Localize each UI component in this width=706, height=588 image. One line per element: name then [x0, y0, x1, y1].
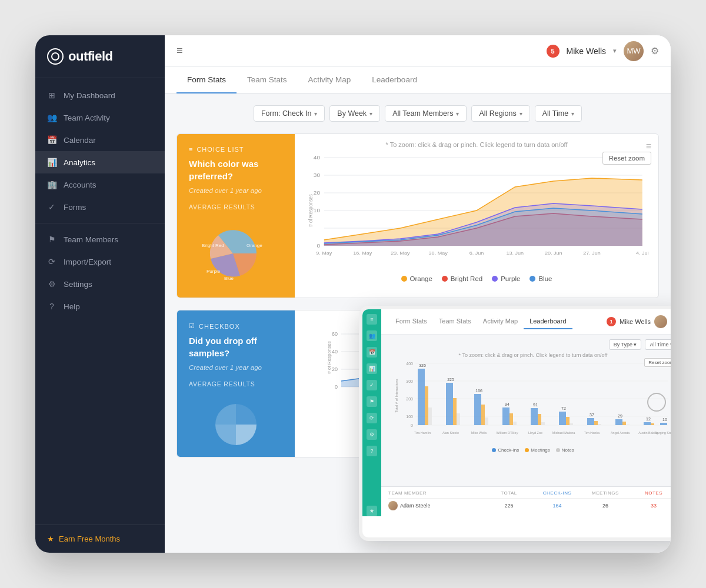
chart-menu-1[interactable]: ≡ — [646, 141, 651, 152]
tablet-nav-icon-8[interactable]: ⚙ — [367, 429, 377, 440]
tablet-legend-meetings[interactable]: Meetings — [525, 447, 550, 453]
filter-members[interactable]: All Team Members ▾ — [385, 105, 467, 122]
svg-text:20. Jun: 20. Jun — [545, 250, 562, 255]
tablet-chart-wrapper: Reset zoom 400 300 200 10 — [388, 358, 671, 445]
svg-text:4. Jul: 4. Jul — [636, 250, 649, 255]
tablet-nav-icon-5[interactable]: ✓ — [367, 380, 377, 390]
tablet-nav-icon-9[interactable]: ? — [367, 446, 377, 456]
tablet-legend-dot-checkins — [492, 448, 496, 452]
table-col-meetings: MEETINGS — [581, 490, 630, 496]
legend-purple[interactable]: Purple — [492, 275, 520, 282]
user-name[interactable]: Mike Wells — [567, 46, 606, 56]
legend-bright-red[interactable]: Bright Red — [442, 275, 482, 282]
table-col-member: TEAM MEMBER — [388, 490, 485, 496]
svg-text:10: 10 — [662, 417, 667, 422]
svg-text:William O'Riley: William O'Riley — [497, 431, 518, 435]
svg-rect-55 — [485, 417, 488, 425]
sidebar-item-forms[interactable]: ✓ Forms — [35, 196, 165, 218]
sidebar-item-help[interactable]: ? Help — [35, 295, 165, 318]
sidebar-item-analytics[interactable]: 📊 Analytics — [35, 151, 165, 173]
tablet-notification-badge: 1 — [607, 317, 616, 326]
tablet-home-button[interactable] — [647, 393, 666, 412]
tablet-tab-form-stats[interactable]: Form Stats — [389, 314, 433, 329]
tablet-filter-row: By Type ▾ All Time ▾ — [388, 339, 671, 350]
tablet-nav-icon-2[interactable]: 👥 — [367, 330, 377, 341]
filter-period[interactable]: By Week ▾ — [329, 105, 380, 122]
notification-badge: 5 — [547, 45, 560, 58]
card-question-2: Did you drop off samples? — [189, 335, 283, 359]
table-cell-checkins: 164 — [533, 503, 581, 509]
svg-text:# of Responses: # of Responses — [307, 194, 314, 227]
sidebar-item-calendar[interactable]: 📅 Calendar — [35, 129, 165, 151]
svg-text:400: 400 — [406, 362, 413, 366]
tablet-bar-chart: 400 300 200 100 0 326 — [388, 360, 671, 443]
svg-rect-69 — [587, 418, 594, 425]
tab-activity-map[interactable]: Activity Map — [298, 67, 362, 93]
legend-orange[interactable]: Orange — [401, 275, 432, 282]
sidebar-item-dashboard[interactable]: ⊞ My Dashboard — [35, 84, 165, 106]
dashboard-icon: ⊞ — [47, 91, 56, 100]
logo: outfield — [35, 35, 165, 78]
filter-form-arrow: ▾ — [314, 111, 317, 117]
reset-zoom-button-1[interactable]: Reset zoom — [602, 152, 651, 165]
tab-team-stats[interactable]: Team Stats — [237, 67, 298, 93]
sidebar-nav: ⊞ My Dashboard 👥 Team Activity 📅 Calenda… — [35, 78, 165, 524]
tablet-tab-team-stats[interactable]: Team Stats — [433, 314, 477, 329]
table-row: Adam Steele 225 164 26 33 — [388, 499, 671, 513]
sidebar-item-accounts[interactable]: 🏢 Accounts — [35, 173, 165, 196]
tablet-nav-icon-6[interactable]: ⚑ — [367, 396, 377, 407]
svg-text:40: 40 — [314, 155, 320, 161]
svg-text:20: 20 — [332, 366, 338, 372]
tablet-tab-leaderboard[interactable]: Leaderboard — [524, 314, 572, 329]
header-right: 5 Mike Wells ▾ MW ⚙ — [547, 41, 659, 61]
user-dropdown-arrow[interactable]: ▾ — [613, 47, 617, 55]
filter-regions[interactable]: All Regions ▾ — [471, 105, 530, 122]
filter-time-arrow: ▾ — [571, 111, 574, 117]
sidebar-item-settings[interactable]: ⚙ Settings — [35, 273, 165, 295]
card-type-choice: ≡ CHOICE LIST — [189, 146, 283, 153]
tablet-filter-time[interactable]: All Time ▾ — [645, 339, 671, 350]
svg-rect-51 — [457, 413, 460, 425]
tablet-filter-type[interactable]: By Type ▾ — [609, 339, 642, 350]
svg-text:Total # of Interactions: Total # of Interactions — [395, 379, 398, 412]
svg-text:225: 225 — [447, 377, 454, 382]
tablet-nav-icon-10[interactable]: ★ — [367, 506, 377, 516]
card-type-checkbox: ☑ CHECKBOX — [189, 322, 283, 330]
tablet-legend-dot-notes — [556, 448, 560, 452]
svg-text:200: 200 — [406, 397, 413, 401]
filter-form[interactable]: Form: Check In ▾ — [254, 105, 325, 122]
card-blue: ☑ CHECKBOX Did you drop off samples? Cre… — [177, 310, 295, 457]
tablet-reset-zoom[interactable]: Reset zoom — [644, 358, 671, 367]
hamburger-icon[interactable]: ≡ — [176, 45, 183, 57]
tablet-user-name: Mike Wells — [620, 318, 651, 325]
sidebar-label-analytics: Analytics — [64, 158, 95, 167]
svg-text:Purple: Purple — [207, 269, 221, 274]
table-member-name: Adam Steele — [400, 503, 431, 509]
filter-time[interactable]: All Time ▾ — [535, 105, 582, 122]
tablet-tab-activity-map[interactable]: Activity Map — [477, 314, 524, 329]
sidebar-item-team-members[interactable]: ⚑ Team Members — [35, 228, 165, 250]
tab-form-stats[interactable]: Form Stats — [176, 67, 237, 93]
svg-text:40: 40 — [332, 349, 338, 355]
svg-text:91: 91 — [533, 403, 538, 407]
earn-star-icon: ★ — [47, 534, 54, 543]
filter-bar: Form: Check In ▾ By Week ▾ All Team Memb… — [176, 105, 659, 122]
user-avatar[interactable]: MW — [624, 41, 644, 61]
team-members-icon: ⚑ — [47, 235, 56, 244]
header-settings-icon[interactable]: ⚙ — [651, 45, 659, 56]
tablet-legend-notes[interactable]: Notes — [556, 447, 574, 453]
tablet-legend-checkins[interactable]: Check-Ins — [492, 447, 519, 453]
tablet-nav-icon-3[interactable]: 📅 — [367, 347, 377, 358]
tab-leaderboard[interactable]: Leaderboard — [361, 67, 428, 93]
tablet-nav-icon-7[interactable]: ⟳ — [367, 413, 377, 423]
tablet-nav-icon-4[interactable]: 📊 — [367, 363, 377, 374]
logo-icon — [47, 48, 64, 65]
sidebar-item-team-activity[interactable]: 👥 Team Activity — [35, 106, 165, 129]
svg-rect-57 — [502, 407, 509, 425]
sidebar-item-import-export[interactable]: ⟳ Import/Export — [35, 250, 165, 273]
svg-text:Orange: Orange — [247, 243, 262, 248]
tablet-nav-icon-1[interactable]: ≡ — [367, 314, 377, 325]
legend-blue[interactable]: Blue — [530, 275, 552, 282]
tablet-user: 1 Mike Wells ⚙ — [607, 315, 671, 328]
earn-free-months-button[interactable]: ★ Earn Free Months — [47, 534, 153, 543]
